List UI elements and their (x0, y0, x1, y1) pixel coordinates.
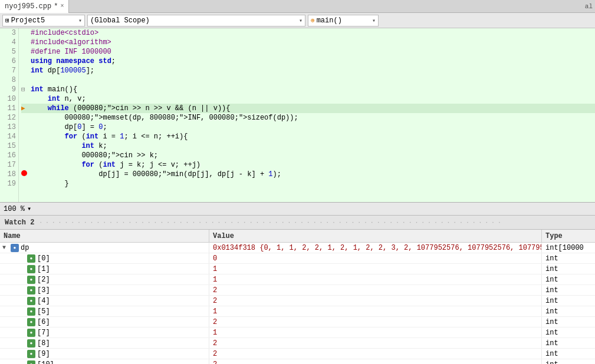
function-dropdown[interactable]: ⊕ main() ▾ (308, 15, 379, 27)
watch-cell-dp-type: int[10000 (542, 243, 595, 253)
watch-header: Watch 2 · · · · · · · · · · · · · · · · … (0, 216, 595, 230)
watch-rows[interactable]: ▼●dp0x0134f318 {0, 1, 1, 2, 2, 1, 2, 1, … (0, 243, 595, 364)
code-lines[interactable]: #include<cstdio>#include<algorithm>#defi… (19, 28, 595, 202)
watch-cell-child-name: ●[6] (0, 317, 209, 327)
code-content: #include<algorithm> (31, 38, 111, 47)
code-line: } (21, 179, 595, 188)
code-line: dp[0] = 0; (21, 123, 595, 132)
line-number: 7 (4, 66, 16, 75)
watch-row-dp-child[interactable]: ●[8]2int (0, 338, 595, 349)
code-line: int dp[100005]; (21, 66, 595, 75)
tab-right-label: al (585, 3, 595, 10)
scope-dropdown[interactable]: (Global Scope) ▾ (87, 15, 305, 27)
watch-cell-child-value: 2 (209, 359, 542, 364)
function-label: main() (317, 16, 342, 25)
watch-cell-child-name: ●[9] (0, 349, 209, 359)
watch-row-dp-child[interactable]: ●[7]1int (0, 327, 595, 338)
watch-row-dp-child[interactable]: ●[6]2int (0, 317, 595, 327)
code-content: dp[j] = 000080;">min(dp[j], dp[j - k] + … (31, 170, 281, 179)
collapse-marker[interactable]: ⊟ (21, 86, 25, 93)
tab-close-button[interactable]: × (60, 3, 64, 9)
child-index-label: [0] (37, 254, 50, 263)
watch-row-dp-child[interactable]: ●[3]2int (0, 285, 595, 296)
watch-cell-child-value: 1 (209, 274, 542, 284)
watch-panel: Watch 2 · · · · · · · · · · · · · · · · … (0, 216, 595, 364)
watch-header-dots: · · · · · · · · · · · · · · · · · · · · … (39, 220, 590, 226)
file-tab[interactable]: nyoj995.cpp * × (0, 0, 69, 13)
breakpoint-marker (21, 170, 27, 176)
child-index-label: [2] (37, 276, 50, 284)
tab-modified: * (54, 2, 58, 11)
code-line (21, 75, 595, 85)
code-line: using namespace std; (21, 57, 595, 66)
child-index-label: [4] (37, 297, 50, 305)
line-number: 11 (4, 104, 16, 113)
watch-row-dp-child[interactable]: ●[4]2int (0, 296, 595, 306)
watch-cell-child-type: int (542, 349, 595, 359)
var-icon: ● (27, 318, 35, 326)
line-marker (21, 170, 29, 179)
line-number: 10 (4, 94, 16, 104)
code-content: for (int i = 1; i <= n; ++i){ (31, 132, 188, 141)
watch-row-dp-child[interactable]: ●[1]1int (0, 264, 595, 274)
zoom-dropdown-arrow[interactable]: ▾ (27, 204, 31, 213)
line-number: 3 (4, 28, 16, 38)
zoom-level: 100 % (4, 205, 25, 213)
line-number: 15 (4, 141, 16, 151)
watch-cell-child-value: 2 (209, 285, 542, 295)
code-line: int k; (21, 141, 595, 151)
scope-dropdown-arrow: ▾ (299, 17, 303, 24)
watch-cell-child-value: 2 (209, 349, 542, 359)
child-index-label: [3] (37, 286, 50, 294)
var-icon: ● (27, 286, 35, 294)
line-number: 13 (4, 123, 16, 132)
watch-cell-child-type: int (542, 327, 595, 337)
var-icon: ● (27, 265, 35, 273)
current-line-arrow: ▶ (21, 105, 25, 112)
line-number: 18 (4, 170, 16, 179)
code-content: } (31, 179, 69, 188)
code-content: 000080;">memset(dp, 800080;">INF, 000080… (31, 113, 298, 123)
watch-cell-child-name: ●[10] (0, 359, 209, 364)
project-dropdown[interactable]: ⊞ Project5 ▾ (2, 15, 85, 27)
watch-cell-child-type: int (542, 338, 595, 348)
code-content: int n, v; (31, 94, 86, 104)
code-editor[interactable]: 345678910111213141516171819 #include<cst… (0, 28, 595, 203)
var-icon: ● (27, 350, 35, 358)
var-icon: ● (27, 329, 35, 337)
child-index-label: [1] (37, 265, 50, 273)
dp-name-label: dp (21, 244, 29, 252)
line-number: 4 (4, 38, 16, 47)
line-number: 16 (4, 151, 16, 160)
line-marker: ⊟ (21, 85, 29, 94)
line-numbers: 345678910111213141516171819 (0, 28, 19, 202)
child-index-label: [10] (37, 360, 54, 365)
code-content: int main(){ (31, 85, 77, 94)
line-number: 14 (4, 132, 16, 141)
line-number: 12 (4, 113, 16, 123)
watch-cell-child-type: int (542, 285, 595, 295)
watch-row-dp-child[interactable]: ●[10]2int (0, 359, 595, 364)
watch-row-dp[interactable]: ▼●dp0x0134f318 {0, 1, 1, 2, 2, 1, 2, 1, … (0, 243, 595, 253)
watch-row-dp-child[interactable]: ●[2]1int (0, 274, 595, 285)
func-dropdown-arrow: ▾ (372, 17, 376, 24)
project-name: Project5 (11, 16, 45, 25)
code-content: for (int j = k; j <= v; ++j) (31, 160, 200, 170)
watch-title: Watch 2 (5, 219, 34, 227)
tab-filename: nyoj995.cpp (5, 2, 51, 11)
code-line: dp[j] = 000080;">min(dp[j], dp[j - k] + … (21, 170, 595, 179)
watch-row-dp-child[interactable]: ●[9]2int (0, 349, 595, 359)
watch-cell-child-name: ●[2] (0, 274, 209, 284)
child-index-label: [7] (37, 329, 50, 337)
watch-row-dp-child[interactable]: ●[5]1int (0, 306, 595, 317)
code-line: for (int i = 1; i <= n; ++i){ (21, 132, 595, 141)
watch-cell-child-name: ●[1] (0, 264, 209, 274)
watch-cell-child-type: int (542, 253, 595, 263)
var-icon: ● (27, 297, 35, 305)
child-index-label: [6] (37, 318, 50, 326)
watch-cell-child-value: 2 (209, 317, 542, 327)
expand-arrow[interactable]: ▼ (2, 244, 9, 251)
watch-cell-child-type: int (542, 264, 595, 274)
watch-row-dp-child[interactable]: ●[0]0int (0, 253, 595, 264)
watch-cell-child-name: ●[0] (0, 253, 209, 263)
